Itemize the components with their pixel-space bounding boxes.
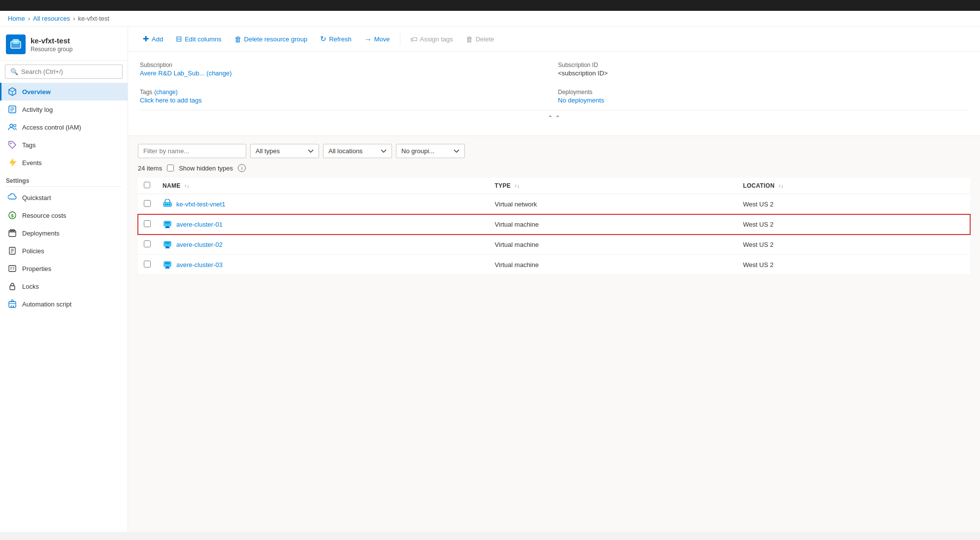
filter-type-select[interactable]: All types xyxy=(250,144,319,158)
sidebar-item-tags-label: Tags xyxy=(22,141,35,149)
sidebar-item-overview[interactable]: Overview xyxy=(0,83,128,101)
svg-rect-13 xyxy=(9,231,16,236)
show-hidden-checkbox[interactable] xyxy=(167,165,174,171)
resource-link[interactable]: avere-cluster-03 xyxy=(163,260,483,270)
row-checkbox-cell xyxy=(138,255,157,275)
deploy-icon xyxy=(7,228,17,238)
trash-icon: 🗑 xyxy=(234,35,242,43)
subscription-id-section: Subscription ID <subscription ID> xyxy=(558,62,968,77)
subscription-id-label: Subscription ID xyxy=(558,62,968,68)
plus-icon: ✚ xyxy=(143,34,149,43)
row-location-cell: West US 2 xyxy=(737,214,970,235)
info-icon[interactable]: i xyxy=(238,164,246,172)
add-button[interactable]: ✚ Add xyxy=(138,32,168,46)
svg-text:$: $ xyxy=(11,213,13,218)
show-hidden-label: Show hidden types xyxy=(179,165,233,172)
row-checkbox[interactable] xyxy=(144,261,151,268)
filter-location-select[interactable]: All locations xyxy=(323,144,392,158)
delete-icon: 🗑 xyxy=(466,35,473,43)
breadcrumb: Home › All resources › ke-vfxt-test xyxy=(0,11,980,27)
list-icon xyxy=(7,104,17,114)
search-icon: 🔍 xyxy=(10,68,18,75)
edit-columns-button[interactable]: ⊟ Edit columns xyxy=(171,32,226,46)
resource-name-text: avere-cluster-01 xyxy=(176,221,223,228)
resource-link[interactable]: avere-cluster-01 xyxy=(163,219,483,229)
sidebar: ke-vfxt-test Resource group 🔍 Overview A… xyxy=(0,27,128,532)
row-location-cell: West US 2 xyxy=(737,194,970,214)
resource-link[interactable]: ke-vfxt-test-vnet1 xyxy=(163,199,483,209)
subscription-id-value: <subscription ID> xyxy=(558,69,968,77)
breadcrumb-sep1: › xyxy=(28,15,30,22)
refresh-button[interactable]: ↻ Refresh xyxy=(315,32,357,46)
name-sort-icon[interactable]: ↑↓ xyxy=(184,183,190,189)
select-all-checkbox[interactable] xyxy=(144,182,150,188)
circle-dollar-icon: $ xyxy=(7,210,17,220)
search-input[interactable] xyxy=(21,68,117,75)
items-count: 24 items xyxy=(138,165,162,172)
subscription-link[interactable]: Avere R&D Lab_Sub... xyxy=(140,69,204,77)
delete-button[interactable]: 🗑 Delete xyxy=(461,32,499,46)
row-location-cell: West US 2 xyxy=(737,235,970,255)
tag-icon xyxy=(7,140,17,150)
sidebar-item-deployments[interactable]: Deployments xyxy=(0,224,128,242)
sidebar-header: ke-vfxt-test Resource group xyxy=(0,27,128,61)
sidebar-item-events-label: Events xyxy=(22,159,42,167)
row-checkbox-cell xyxy=(138,235,157,255)
row-checkbox-cell xyxy=(138,214,157,235)
sidebar-item-iam-label: Access control (IAM) xyxy=(22,124,81,131)
move-icon: → xyxy=(364,35,372,43)
col-location-header: LOCATION ↑↓ xyxy=(737,178,970,194)
sidebar-item-activity-log[interactable]: Activity log xyxy=(0,101,128,118)
location-sort-icon[interactable]: ↑↓ xyxy=(779,183,784,189)
sidebar-item-properties-label: Properties xyxy=(22,265,51,272)
items-count-row: 24 items Show hidden types i xyxy=(138,164,970,172)
collapse-icon: ⌃ ⌃ xyxy=(548,114,560,122)
refresh-icon: ↻ xyxy=(320,34,327,43)
columns-icon: ⊟ xyxy=(176,34,182,43)
tags-change: (change) xyxy=(154,89,177,96)
filter-grouping-select[interactable]: No groupi... xyxy=(396,144,465,158)
add-tags-link[interactable]: Click here to add tags xyxy=(140,97,202,104)
sidebar-item-policies[interactable]: Policies xyxy=(0,242,128,260)
resource-link[interactable]: avere-cluster-02 xyxy=(163,239,483,249)
sidebar-item-automation[interactable]: Automation script xyxy=(0,295,128,313)
svg-point-10 xyxy=(10,143,12,144)
row-checkbox[interactable] xyxy=(144,200,151,207)
sidebar-item-resource-costs[interactable]: $ Resource costs xyxy=(0,206,128,224)
breadcrumb-home[interactable]: Home xyxy=(8,15,25,22)
deployments-link[interactable]: No deployments xyxy=(558,97,604,104)
sidebar-item-quickstart-label: Quickstart xyxy=(22,194,51,202)
sidebar-nav: Overview Activity log Access control (IA… xyxy=(0,83,128,171)
table-row: avere-cluster-03Virtual machineWest US 2 xyxy=(138,255,970,275)
svg-rect-41 xyxy=(165,247,170,248)
lock-icon xyxy=(7,281,17,291)
row-name-cell: avere-cluster-03 xyxy=(157,255,489,275)
delete-resource-group-button[interactable]: 🗑 Delete resource group xyxy=(229,32,313,46)
row-checkbox[interactable] xyxy=(144,220,151,227)
resource-group-logo xyxy=(6,34,26,54)
move-button[interactable]: → Move xyxy=(359,32,395,46)
cube-icon xyxy=(7,87,17,97)
row-name-cell: avere-cluster-01 xyxy=(157,214,489,235)
sidebar-item-quickstart[interactable]: Quickstart xyxy=(0,189,128,206)
policy-icon xyxy=(7,246,17,256)
sidebar-item-iam[interactable]: Access control (IAM) xyxy=(0,118,128,136)
table-row: ke-vfxt-test-vnet1Virtual networkWest US… xyxy=(138,194,970,214)
main-content: ✚ Add ⊟ Edit columns 🗑 Delete resource g… xyxy=(128,27,980,532)
sidebar-item-tags[interactable]: Tags xyxy=(0,136,128,154)
automation-icon xyxy=(7,299,17,309)
sidebar-item-properties[interactable]: Properties xyxy=(0,260,128,277)
collapse-info-button[interactable]: ⌃ ⌃ xyxy=(140,110,968,126)
type-sort-icon[interactable]: ↑↓ xyxy=(515,183,520,189)
sidebar-item-locks[interactable]: Locks xyxy=(0,277,128,295)
subscription-value-row: Avere R&D Lab_Sub... (change) xyxy=(140,69,550,77)
row-checkbox[interactable] xyxy=(144,240,151,247)
deployments-section: Deployments No deployments xyxy=(558,89,968,104)
sidebar-item-events[interactable]: Events xyxy=(0,154,128,171)
assign-tags-button[interactable]: 🏷 Assign tags xyxy=(405,32,458,46)
svg-point-8 xyxy=(10,124,13,127)
subscription-change: (change) xyxy=(206,69,231,77)
row-type-cell: Virtual machine xyxy=(489,255,737,275)
breadcrumb-all-resources[interactable]: All resources xyxy=(33,15,70,22)
filter-name-input[interactable] xyxy=(138,144,246,158)
